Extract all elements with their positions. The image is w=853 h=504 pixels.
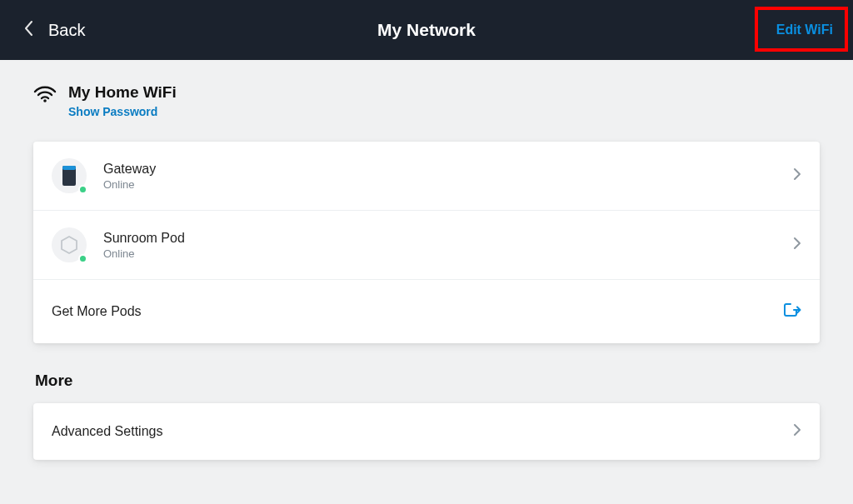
- pod-icon: [59, 235, 79, 255]
- device-status: Online: [103, 247, 793, 260]
- edit-wifi-button[interactable]: Edit WiFi: [776, 22, 833, 37]
- chevron-right-icon: [793, 237, 801, 253]
- status-online-dot: [78, 254, 87, 263]
- status-online-dot: [78, 185, 87, 194]
- device-status: Online: [103, 178, 793, 191]
- device-avatar: [52, 158, 87, 193]
- device-avatar: [52, 227, 87, 262]
- svg-rect-2: [62, 166, 76, 170]
- advanced-settings-row[interactable]: Advanced Settings: [33, 403, 820, 460]
- device-name: Sunroom Pod: [103, 231, 793, 246]
- chevron-right-icon: [793, 167, 801, 184]
- device-row-gateway[interactable]: Gateway Online: [33, 142, 820, 211]
- wifi-header: My Home WiFi Show Password: [33, 83, 820, 118]
- external-link-icon: [783, 302, 801, 322]
- svg-point-0: [43, 99, 47, 102]
- chevron-left-icon: [23, 20, 33, 40]
- advanced-settings-label: Advanced Settings: [52, 424, 162, 439]
- svg-marker-3: [62, 237, 77, 253]
- page-title: My Network: [377, 20, 476, 40]
- main-content: My Home WiFi Show Password Gateway Onlin…: [0, 60, 853, 460]
- back-label: Back: [48, 21, 85, 40]
- chevron-right-icon: [793, 423, 801, 440]
- devices-card: Gateway Online Sunroom Pod Online: [33, 142, 820, 343]
- more-section-title: More: [35, 372, 820, 390]
- device-name: Gateway: [103, 162, 793, 177]
- app-header: Back My Network Edit WiFi: [0, 0, 853, 60]
- more-card: Advanced Settings: [33, 403, 820, 460]
- get-more-pods-label: Get More Pods: [52, 304, 142, 319]
- device-row-pod[interactable]: Sunroom Pod Online: [33, 211, 820, 280]
- back-button[interactable]: Back: [23, 20, 85, 40]
- get-more-pods-link[interactable]: Get More Pods: [33, 280, 820, 343]
- wifi-icon: [33, 85, 57, 107]
- show-password-link[interactable]: Show Password: [68, 105, 177, 118]
- wifi-name: My Home WiFi: [68, 83, 177, 102]
- gateway-icon: [61, 165, 77, 187]
